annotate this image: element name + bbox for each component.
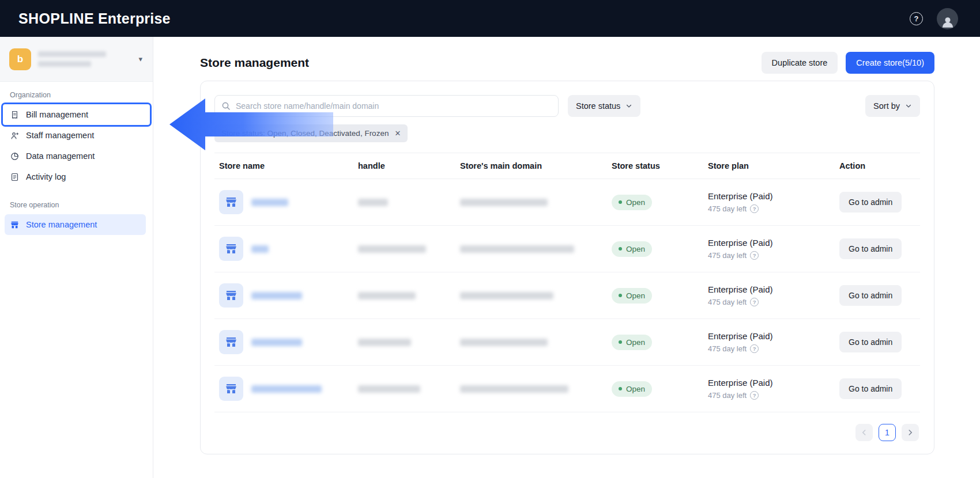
store-avatar-icon [219, 377, 243, 401]
store-plan: Enterprise (Paid) [708, 191, 839, 201]
sidebar-item-label: Store management [26, 220, 97, 229]
next-page-button[interactable] [902, 424, 919, 441]
close-icon[interactable]: ✕ [394, 130, 401, 137]
store-name-redacted [251, 199, 288, 206]
sidebar: b ▾ OrganizationBill managementStaff man… [0, 37, 153, 478]
activity-icon [10, 172, 20, 182]
search-input[interactable] [214, 95, 559, 117]
status-dot-icon [619, 294, 622, 297]
table-row: Open Enterprise (Paid) 475 day left ? Go… [214, 179, 920, 226]
person-icon [940, 14, 955, 29]
section-label: Organization [0, 91, 153, 99]
store-avatar-icon [219, 330, 243, 354]
status-dot-icon [619, 340, 622, 344]
store-name-redacted [251, 292, 302, 299]
main-content: Store management Duplicate store Create … [153, 37, 980, 478]
store-plan: Enterprise (Paid) [708, 238, 839, 248]
duplicate-store-button[interactable]: Duplicate store [762, 52, 838, 74]
org-selector[interactable]: b ▾ [0, 37, 153, 82]
sort-by-label: Sort by [873, 101, 900, 111]
chevron-left-icon [860, 428, 868, 437]
col-header: Store plan [708, 161, 839, 170]
handle-redacted [358, 385, 420, 393]
domain-redacted [460, 339, 548, 346]
help-icon[interactable]: ? [910, 12, 923, 25]
user-avatar[interactable] [937, 8, 958, 29]
store-list-card: Store status Sort by Store status: Open,… [200, 81, 934, 454]
status-badge: Open [612, 335, 652, 350]
store-icon [10, 220, 20, 230]
table-body: Open Enterprise (Paid) 475 day left ? Go… [214, 179, 920, 412]
table-header-row: Store name handle Store's main domain St… [214, 153, 920, 179]
sidebar-item-label: Activity log [26, 172, 66, 181]
plan-days-left: 475 day left [708, 391, 747, 400]
staff-icon [10, 131, 20, 141]
prev-page-button[interactable] [855, 424, 873, 441]
handle-redacted [358, 245, 426, 253]
go-to-admin-button[interactable]: Go to admin [839, 332, 902, 352]
status-badge: Open [612, 381, 652, 397]
table-row: Open Enterprise (Paid) 475 day left ? Go… [214, 366, 920, 412]
plan-days-left: 475 day left [708, 251, 747, 260]
go-to-admin-button[interactable]: Go to admin [839, 192, 902, 213]
go-to-admin-button[interactable]: Go to admin [839, 238, 902, 259]
question-circle-icon[interactable]: ? [750, 298, 759, 306]
sidebar-nav: OrganizationBill managementStaff managem… [0, 82, 153, 235]
org-name-redacted [38, 51, 131, 67]
search-icon [221, 101, 231, 111]
topbar: SHOPLINE Enterprise ? [0, 0, 980, 37]
chevron-down-icon [625, 103, 632, 109]
store-avatar-icon [219, 190, 243, 214]
stores-table: Store name handle Store's main domain St… [214, 153, 920, 412]
sidebar-item-label: Data management [26, 151, 95, 161]
sidebar-item-label: Staff management [26, 131, 94, 140]
status-label: Open [626, 245, 645, 253]
status-label: Open [626, 385, 645, 393]
go-to-admin-button[interactable]: Go to admin [839, 378, 902, 399]
domain-redacted [460, 199, 548, 206]
store-name-redacted [251, 385, 322, 393]
store-status-label: Store status [576, 101, 620, 111]
status-badge: Open [612, 241, 652, 257]
status-label: Open [626, 198, 645, 207]
store-avatar-icon [219, 237, 243, 261]
col-header: handle [358, 161, 460, 170]
page-number[interactable]: 1 [879, 424, 896, 441]
question-circle-icon[interactable]: ? [750, 251, 759, 260]
create-store-button[interactable]: Create store(5/10) [846, 52, 934, 74]
caret-down-icon[interactable]: ▾ [138, 55, 144, 63]
sidebar-item-store-management[interactable]: Store management [5, 214, 146, 235]
store-name-redacted [251, 339, 302, 346]
redacted-text [38, 61, 91, 67]
org-avatar: b [9, 48, 31, 70]
status-dot-icon [619, 247, 622, 251]
status-label: Open [626, 291, 645, 300]
filter-chip-label: Store status: Open, Closed, Deactivated,… [221, 129, 389, 138]
sidebar-item-staff-management[interactable]: Staff management [0, 125, 153, 146]
sidebar-item-activity-log[interactable]: Activity log [0, 166, 153, 187]
status-dot-icon [619, 200, 622, 204]
sidebar-item-bill-management[interactable]: Bill management [3, 104, 150, 125]
question-circle-icon[interactable]: ? [750, 204, 759, 213]
chevron-right-icon [906, 428, 914, 437]
sidebar-item-label: Bill management [26, 110, 88, 119]
store-avatar-icon [219, 283, 243, 308]
sort-by-dropdown[interactable]: Sort by [865, 95, 920, 117]
col-header: Action [839, 161, 920, 170]
go-to-admin-button[interactable]: Go to admin [839, 285, 902, 306]
store-name-redacted [251, 245, 269, 253]
plan-days-left: 475 day left [708, 204, 747, 213]
domain-redacted [460, 292, 553, 299]
store-plan: Enterprise (Paid) [708, 378, 839, 388]
chevron-down-icon [905, 103, 912, 109]
question-circle-icon[interactable]: ? [750, 391, 759, 400]
sidebar-item-data-management[interactable]: Data management [0, 146, 153, 166]
store-plan: Enterprise (Paid) [708, 331, 839, 341]
plan-days-left: 475 day left [708, 344, 747, 353]
store-status-dropdown[interactable]: Store status [568, 95, 640, 117]
plan-days-left: 475 day left [708, 298, 747, 306]
domain-redacted [460, 385, 568, 393]
handle-redacted [358, 292, 416, 299]
question-circle-icon[interactable]: ? [750, 344, 759, 353]
col-header: Store's main domain [460, 161, 612, 170]
